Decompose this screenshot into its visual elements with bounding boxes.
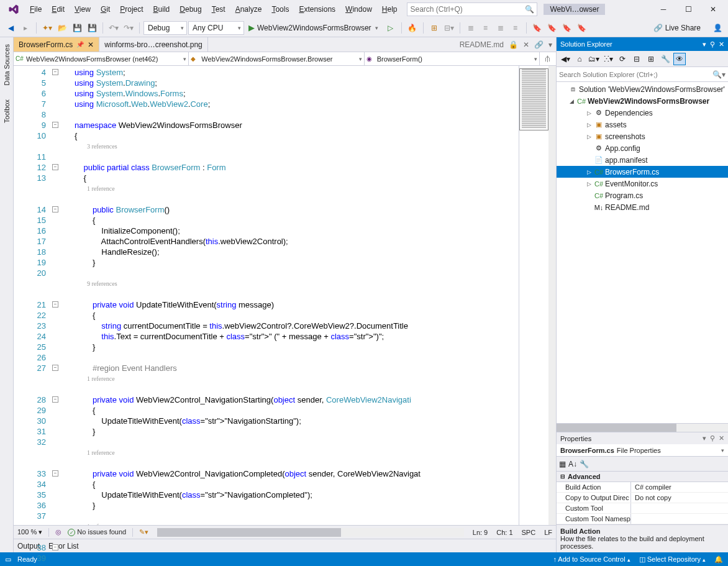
save-button[interactable]: 💾: [70, 21, 84, 35]
tab-right-label[interactable]: README.md: [460, 40, 504, 49]
property-row[interactable]: Build ActionC# compiler: [557, 482, 728, 493]
tab-browserform[interactable]: BrowserForm.cs 📌 ✕: [14, 37, 99, 52]
notifications-icon[interactable]: 🔔: [714, 555, 723, 564]
se-preview-icon[interactable]: 👁: [673, 53, 686, 65]
tb-btn-4[interactable]: ≡: [479, 21, 493, 35]
menu-debug[interactable]: Debug: [175, 0, 206, 19]
menu-tools[interactable]: Tools: [266, 0, 294, 19]
nav-class-combo[interactable]: ◆WebView2WindowsFormsBrowser.Browser: [189, 52, 364, 65]
issues-indicator[interactable]: ✓ No issues found: [68, 528, 126, 537]
platform-combo[interactable]: Any CPU: [188, 21, 244, 35]
minimize-button[interactable]: ─: [651, 2, 676, 17]
nav-back-button[interactable]: ◀: [4, 21, 17, 35]
code-content[interactable]: using System;using System.Drawing;using …: [72, 66, 519, 525]
solution-hscroll[interactable]: [557, 423, 728, 432]
property-row[interactable]: Copy to Output DirecDo not copy: [557, 493, 728, 503]
tb-bookmark-3[interactable]: 🔖: [560, 21, 574, 35]
nav-project-combo[interactable]: C#WebView2WindowsFormsBrowser (net462): [14, 52, 189, 65]
properties-grid[interactable]: ⊟ AdvancedBuild ActionC# compilerCopy to…: [557, 472, 728, 524]
tab-screenshot[interactable]: winforms-bro…creenshot.png: [99, 37, 207, 52]
intellicode-icon[interactable]: ✎▾: [139, 528, 148, 536]
alphabetical-icon[interactable]: A↓: [568, 460, 577, 468]
live-share-button[interactable]: 🔗 Live Share: [650, 24, 704, 32]
menu-extensions[interactable]: Extensions: [294, 0, 340, 19]
tree-node[interactable]: ▷C#EventMonitor.cs: [557, 178, 728, 189]
tb-bookmark-4[interactable]: 🔖: [575, 21, 589, 35]
tb-bookmark-1[interactable]: 🔖: [530, 21, 544, 35]
se-home-icon[interactable]: ⌂: [573, 53, 586, 65]
account-button[interactable]: 👤: [711, 21, 724, 35]
tree-node[interactable]: ⧈Solution 'WebView2WindowsFormsBrowser': [557, 83, 728, 95]
solution-tree[interactable]: ⧈Solution 'WebView2WindowsFormsBrowser'◢…: [557, 82, 728, 423]
se-back-icon[interactable]: ◀▾: [559, 53, 571, 65]
tb-btn-1[interactable]: ⊞: [427, 21, 441, 35]
global-search[interactable]: 🔍: [407, 2, 537, 16]
tree-node[interactable]: ⚙App.config: [557, 142, 728, 154]
tree-node[interactable]: ▷▣assets: [557, 119, 728, 130]
menu-edit[interactable]: Edit: [47, 0, 70, 19]
menu-window[interactable]: Window: [340, 0, 377, 19]
tb-bookmark-2[interactable]: 🔖: [545, 21, 559, 35]
property-row[interactable]: Custom Tool Namesp: [557, 514, 728, 524]
panel-pin-icon[interactable]: ⚲: [710, 40, 715, 48]
maximize-button[interactable]: ☐: [676, 2, 701, 17]
code-minimap[interactable]: [519, 66, 556, 525]
select-repository[interactable]: ◫ Select Repository ▴: [639, 555, 706, 564]
menu-view[interactable]: View: [70, 0, 96, 19]
tree-node[interactable]: C#Program.cs: [557, 189, 728, 201]
encoding-indicator[interactable]: SPC: [522, 529, 536, 536]
overflow-menu-icon[interactable]: ▾: [548, 40, 552, 49]
properties-object-combo[interactable]: BrowserForm.csFile Properties ▾: [557, 444, 728, 457]
tb-btn-2[interactable]: ⊟▾: [442, 21, 456, 35]
se-collapse-icon[interactable]: ⊟: [630, 53, 643, 65]
lock-icon[interactable]: 🔒: [509, 40, 518, 49]
solution-search[interactable]: 🔍▾: [557, 67, 728, 82]
link-icon[interactable]: 🔗: [534, 40, 544, 49]
tree-node[interactable]: ◢C#WebView2WindowsFormsBrowser: [557, 95, 728, 107]
close-tab-icon[interactable]: ✕: [88, 40, 94, 49]
panel-menu-icon[interactable]: ▾: [703, 40, 706, 48]
panel-pin-icon[interactable]: ⚲: [710, 434, 715, 442]
open-button[interactable]: 📂: [55, 21, 69, 35]
tb-btn-3[interactable]: ≣: [464, 21, 478, 35]
vertical-scrollbar[interactable]: [548, 66, 556, 525]
pin-icon[interactable]: 📌: [76, 41, 84, 48]
solution-search-input[interactable]: [559, 71, 712, 78]
toolbox-tab[interactable]: Toolbox: [1, 95, 12, 127]
code-editor[interactable]: 4−56789−101112−1314−15161718192021−22232…: [14, 66, 556, 525]
solution-explorer-header[interactable]: Solution Explorer ▾⚲✕: [557, 37, 728, 51]
configuration-combo[interactable]: Debug: [143, 21, 187, 35]
save-all-button[interactable]: 💾: [85, 21, 99, 35]
tree-node[interactable]: M↓README.md: [557, 201, 728, 213]
horizontal-scrollbar[interactable]: [157, 528, 464, 537]
tree-node[interactable]: 📄app.manifest: [557, 154, 728, 166]
panel-close-icon[interactable]: ✕: [719, 40, 724, 48]
menu-analyze[interactable]: Analyze: [230, 0, 267, 19]
menu-help[interactable]: Help: [377, 0, 403, 19]
tree-node[interactable]: ▷C#BrowserForm.cs: [557, 166, 728, 178]
property-row[interactable]: Custom Tool: [557, 503, 728, 514]
tree-node[interactable]: ▷▣screenshots: [557, 130, 728, 142]
tb-btn-5[interactable]: ≣: [494, 21, 507, 35]
eol-indicator[interactable]: LF: [544, 529, 552, 536]
categorized-icon[interactable]: ▦: [559, 460, 566, 468]
menu-git[interactable]: Git: [96, 0, 115, 19]
panel-close-icon[interactable]: ✕: [719, 434, 724, 442]
new-item-button[interactable]: ✦▾: [40, 21, 54, 35]
properties-header[interactable]: Properties ▾⚲✕: [557, 432, 728, 444]
nav-member-combo[interactable]: ◉BrowserForm(): [365, 52, 540, 65]
search-input[interactable]: [410, 5, 525, 14]
menu-test[interactable]: Test: [207, 0, 230, 19]
se-properties-icon[interactable]: 🔧: [659, 53, 671, 65]
wrench-icon[interactable]: 🔧: [580, 460, 589, 468]
data-sources-tab[interactable]: Data Sources: [1, 40, 12, 90]
se-sync-icon[interactable]: ⟳: [616, 53, 629, 65]
se-filter-icon[interactable]: ⵘ▾: [602, 53, 614, 65]
redo-button[interactable]: ↷▾: [122, 21, 135, 35]
panel-menu-icon[interactable]: ▾: [703, 434, 706, 442]
menu-build[interactable]: Build: [148, 0, 175, 19]
close-button[interactable]: ✕: [701, 2, 726, 17]
split-editor-icon[interactable]: ⫛: [540, 52, 556, 65]
se-showall-icon[interactable]: ⊞: [645, 53, 657, 65]
menu-file[interactable]: File: [25, 0, 47, 19]
